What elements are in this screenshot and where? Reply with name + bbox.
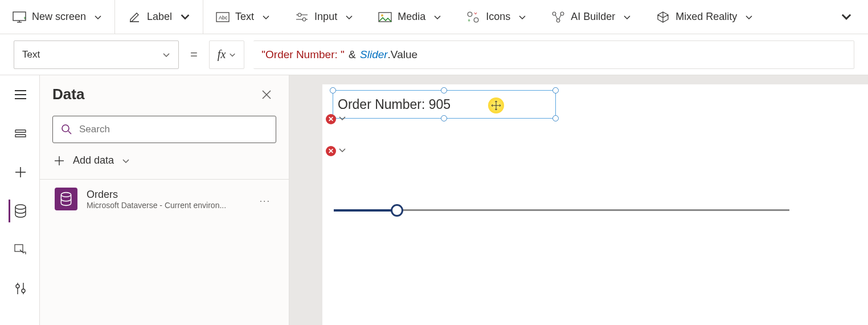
advanced-tools-button[interactable] [9,277,31,300]
svg-text:Abc: Abc [219,15,228,21]
media-icon [378,10,392,24]
screen-icon: + [13,10,26,24]
svg-line-34 [68,131,71,134]
formula-input[interactable]: "Order Number: " & Slider .Value [253,40,854,69]
text-button[interactable]: Abc Text [203,0,282,34]
ai-builder-button[interactable]: AI Builder [539,0,644,34]
slider-control[interactable] [334,204,789,216]
resize-handle[interactable] [552,115,559,121]
chevron-down-icon [433,13,441,21]
search-input[interactable] [79,124,268,135]
formula-token-string: "Order Number: " [261,48,344,61]
input-icon [295,10,309,24]
mixed-reality-label: Mixed Reality [675,11,737,23]
formula-token-identifier: Slider [360,48,388,61]
resize-handle[interactable] [441,87,447,94]
ai-builder-label: AI Builder [571,11,615,23]
label-control[interactable]: Order Number: 905 [333,90,556,119]
formula-bar: Text = fx "Order Number: " & Slider .Val… [0,34,868,75]
slider-thumb[interactable] [391,204,403,217]
svg-point-30 [22,289,25,292]
resize-handle[interactable] [330,87,336,94]
chevron-down-icon [94,13,102,21]
text-label: Text [235,11,254,23]
svg-rect-26 [15,245,23,251]
input-label: Input [314,11,337,23]
chevron-down-icon [229,51,236,58]
svg-point-17 [556,19,560,22]
svg-point-29 [16,285,19,288]
svg-point-25 [15,205,26,209]
chevron-down-icon [518,13,526,21]
slider-fill [334,209,396,212]
resize-handle[interactable] [552,87,559,94]
icons-icon: + [466,10,480,24]
datasource-subtitle: Microsoft Dataverse - Current environ... [87,201,226,210]
datasource-more-button[interactable]: ... [256,194,274,204]
search-box[interactable] [52,116,276,143]
dataverse-icon [55,188,77,210]
error-badge[interactable]: ✕ [326,114,336,124]
datasource-item-orders[interactable]: Orders Microsoft Dataverse - Current env… [52,180,276,218]
fx-button[interactable]: fx [209,40,244,69]
svg-line-19 [559,15,561,19]
icons-button[interactable]: + Icons [454,0,539,34]
canvas[interactable]: Order Number: 905 ✕ ✕ [322,84,868,325]
chevron-down-icon [745,13,753,21]
formula-token-operator: & [347,48,357,61]
label-button[interactable]: Label [115,0,203,34]
error-badge[interactable]: ✕ [326,146,336,156]
chevron-down-icon [623,13,631,21]
expand-ribbon-button[interactable] [825,11,868,23]
input-button[interactable]: Input [282,0,366,34]
chevron-down-icon [162,51,170,59]
hamburger-button[interactable] [9,83,31,106]
media-button[interactable]: Media [366,0,454,34]
media-label: Media [398,11,425,23]
svg-point-11 [381,14,383,17]
svg-point-14 [474,18,478,22]
property-selector[interactable]: Text [14,40,179,69]
search-icon [61,124,72,135]
main-area: Data Add data Orders Microsoft [0,75,868,325]
svg-point-33 [62,125,69,132]
chevron-down-icon [345,13,353,21]
label-label: Label [147,11,172,23]
left-rail [0,75,40,325]
ai-builder-icon [551,10,565,24]
icons-label: Icons [486,11,510,23]
panel-title: Data [52,86,84,103]
resize-handle[interactable] [441,115,447,121]
move-cursor-icon [488,98,504,113]
chevron-down-icon [180,12,190,22]
close-panel-button[interactable] [257,87,276,102]
new-screen-button[interactable]: + New screen [0,0,115,34]
insert-ribbon: + New screen Label Abc Text Input Media … [0,0,868,34]
mixed-reality-button[interactable]: Mixed Reality [644,0,765,34]
formula-token-property: .Value [388,48,417,61]
data-button[interactable] [9,200,31,222]
label-text: Order Number: 905 [338,97,451,112]
plus-icon [54,155,65,166]
equals-sign: = [188,47,200,62]
chevron-down-icon[interactable] [338,146,346,154]
chevron-down-icon [262,13,270,21]
property-label: Text [22,49,40,60]
new-screen-label: New screen [32,11,86,23]
svg-text:+: + [23,15,26,21]
canvas-wrapper: Order Number: 905 ✕ ✕ [289,75,868,325]
svg-point-9 [302,18,306,21]
svg-text:+: + [468,18,470,23]
chevron-down-icon [122,157,130,165]
fx-label: fx [218,48,226,61]
add-data-label: Add data [73,155,114,166]
svg-point-37 [61,193,71,197]
tree-view-button[interactable] [9,122,31,145]
media-rail-button[interactable] [9,238,31,261]
text-icon: Abc [216,10,230,24]
insert-button[interactable] [9,161,31,184]
data-panel: Data Add data Orders Microsoft [40,75,289,325]
add-data-button[interactable]: Add data [52,152,276,169]
chevron-down-icon[interactable] [338,114,346,122]
svg-line-18 [555,15,558,19]
